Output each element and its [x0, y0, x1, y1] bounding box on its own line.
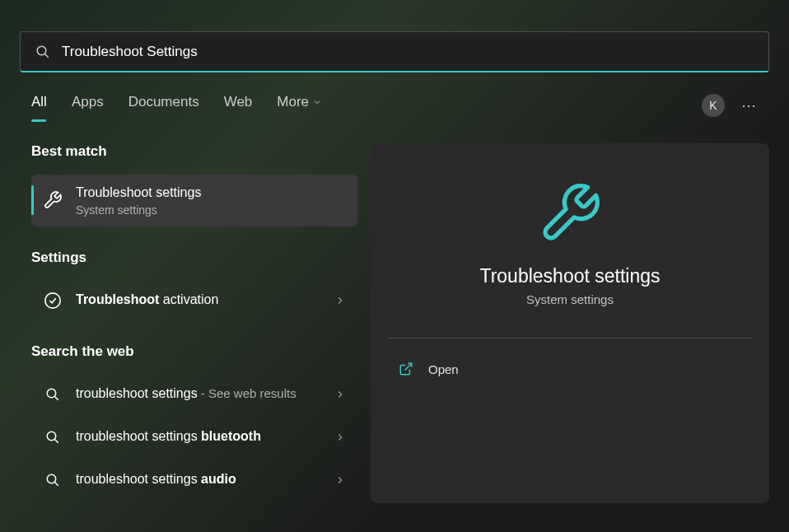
detail-panel: Troubleshoot settings System settings Op… [371, 143, 769, 503]
tab-all[interactable]: All [31, 94, 47, 117]
svg-point-5 [47, 432, 56, 441]
svg-point-7 [47, 474, 56, 483]
results-panel: Best match Troubleshoot settings System … [20, 143, 357, 503]
section-settings: Settings [31, 250, 357, 266]
tab-apps[interactable]: Apps [72, 94, 104, 117]
svg-line-1 [44, 54, 49, 58]
detail-subtitle: System settings [526, 292, 614, 306]
svg-line-9 [405, 363, 412, 370]
result-title: troubleshoot settings audio [76, 471, 334, 488]
search-input[interactable] [62, 44, 754, 60]
chevron-right-icon [334, 432, 346, 443]
search-icon [43, 427, 63, 447]
chevron-right-icon [334, 295, 346, 306]
detail-title: Troubleshoot settings [479, 265, 660, 287]
search-box[interactable] [20, 31, 769, 72]
user-avatar[interactable]: K [702, 94, 725, 117]
action-label: Open [428, 362, 459, 376]
result-title: Troubleshoot activation [76, 292, 334, 309]
svg-line-6 [54, 439, 58, 443]
search-icon [43, 470, 63, 490]
tab-more[interactable]: More [277, 94, 322, 117]
wrench-icon-large [533, 176, 607, 250]
result-troubleshoot-activation[interactable]: Troubleshoot activation [31, 281, 357, 320]
filter-tabs: All Apps Documents Web More [31, 94, 322, 117]
result-troubleshoot-settings[interactable]: Troubleshoot settings System settings [31, 175, 357, 226]
result-title: troubleshoot settings - See web results [76, 385, 334, 403]
search-icon [43, 385, 63, 404]
chevron-right-icon [334, 389, 346, 400]
result-title: Troubleshoot settings [76, 184, 346, 202]
tab-web[interactable]: Web [224, 94, 253, 117]
svg-point-2 [45, 293, 60, 308]
more-options-button[interactable]: ⋯ [741, 96, 758, 114]
result-title: troubleshoot settings bluetooth [76, 428, 334, 446]
result-subtitle: System settings [76, 203, 346, 217]
open-action[interactable]: Open [387, 338, 753, 388]
checkmark-circle-icon [43, 291, 63, 310]
search-icon [35, 44, 50, 59]
svg-line-8 [54, 482, 58, 486]
wrench-icon [43, 190, 63, 210]
svg-line-4 [54, 396, 58, 400]
svg-point-0 [37, 46, 46, 55]
result-web-troubleshoot-audio[interactable]: troubleshoot settings audio [31, 460, 357, 500]
svg-point-3 [47, 389, 56, 398]
section-search-web: Search the web [31, 343, 357, 360]
chevron-down-icon [312, 97, 322, 107]
section-best-match: Best match [31, 143, 357, 160]
tab-documents[interactable]: Documents [128, 94, 199, 117]
result-web-troubleshoot-settings[interactable]: troubleshoot settings - See web results [31, 375, 357, 414]
result-web-troubleshoot-bluetooth[interactable]: troubleshoot settings bluetooth [31, 418, 357, 457]
external-link-icon [399, 362, 413, 376]
chevron-right-icon [334, 474, 346, 486]
